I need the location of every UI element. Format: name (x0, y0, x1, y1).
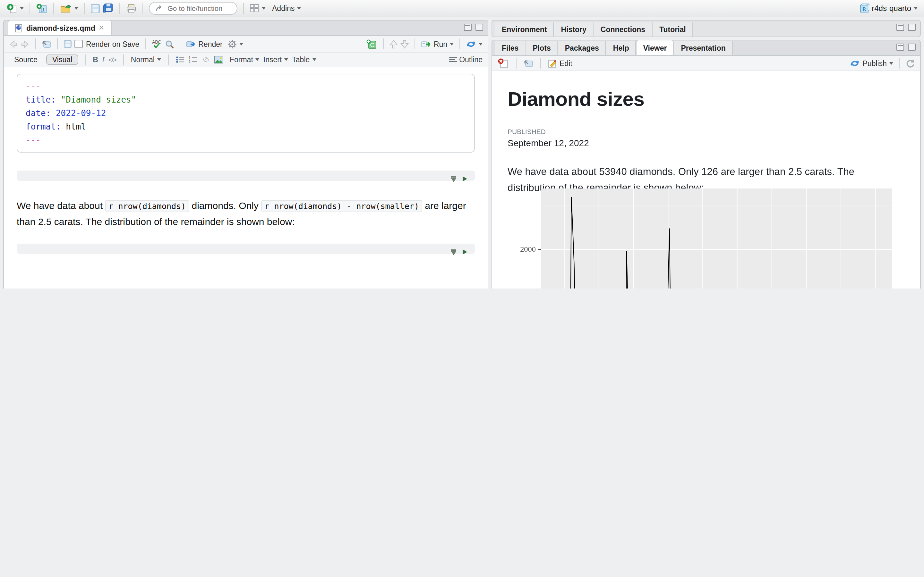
image-icon[interactable] (214, 56, 223, 63)
tab-packages[interactable]: Packages (558, 41, 606, 55)
run-button[interactable]: Run (421, 40, 454, 48)
run-chunks-above-icon[interactable] (451, 250, 456, 255)
render-button[interactable]: Render (186, 40, 222, 48)
rerun-caret-icon[interactable] (479, 43, 483, 45)
maximize-icon[interactable] (908, 24, 916, 31)
tab-diamond-sizes[interactable]: diamond-sizes.qmd ✕ (8, 20, 111, 35)
italic-button[interactable]: I (102, 56, 105, 63)
clear-viewer-button[interactable] (497, 58, 509, 68)
tab-close-icon[interactable]: ✕ (99, 24, 104, 32)
run-chunk-icon[interactable] (463, 250, 467, 255)
render-settings-caret-icon[interactable] (239, 43, 243, 45)
minimize-icon[interactable] (464, 24, 472, 31)
open-file-button[interactable] (60, 3, 78, 13)
open-folder-icon (60, 3, 72, 13)
run-chunks-above-icon[interactable] (451, 176, 456, 182)
link-icon[interactable] (202, 56, 210, 63)
code-format-button[interactable]: </> (108, 56, 116, 63)
save-all-button[interactable] (103, 3, 113, 13)
viewer-window-buttons (897, 44, 916, 51)
table-menu[interactable]: Table (292, 56, 316, 63)
code-chunk-setup[interactable] (17, 171, 475, 181)
freqpoly-chart: 0.51.01.52.02.5010002000caratcount (514, 184, 899, 288)
code-chunk-plot[interactable] (17, 243, 475, 254)
maximize-icon[interactable] (908, 44, 916, 51)
spellcheck-icon[interactable]: ABC (152, 39, 162, 49)
addins-button[interactable]: Addins (272, 5, 301, 12)
tab-connections[interactable]: Connections (594, 23, 652, 37)
run-chunk-icon[interactable] (463, 177, 467, 182)
render-settings-gear-icon[interactable] (228, 39, 237, 48)
run-icon (421, 40, 431, 48)
toolbar-separator (540, 58, 541, 69)
numbered-list-icon[interactable]: 12 (189, 56, 198, 63)
outline-toggle[interactable]: Outline (449, 56, 483, 63)
goto-file-search[interactable] (149, 2, 237, 15)
tab-tutorial[interactable]: Tutorial (652, 23, 693, 37)
back-icon[interactable] (9, 40, 18, 48)
new-project-button[interactable]: R (36, 3, 47, 14)
toolbar-separator (243, 3, 244, 14)
toolbar-separator (29, 3, 30, 14)
tab-help[interactable]: Help (606, 41, 636, 55)
format-toolbar: Source Visual B I </> Normal 12 (4, 53, 488, 67)
svg-text:ABC: ABC (152, 39, 162, 45)
tab-plots[interactable]: Plots (525, 41, 557, 55)
published-label: PUBLISHED (507, 127, 920, 135)
save-doc-icon[interactable] (63, 40, 72, 48)
toolbar-separator (899, 58, 900, 69)
source-editor-pane: diamond-sizes.qmd ✕ (3, 20, 488, 288)
edit-button[interactable]: Edit (548, 59, 572, 68)
viewer-popout-icon[interactable] (523, 59, 533, 67)
outline-icon (449, 56, 457, 63)
publish-button[interactable]: Publish (850, 59, 893, 68)
render-on-save-label: Render on Save (86, 40, 139, 48)
popout-icon[interactable] (42, 40, 51, 48)
maximize-icon[interactable] (475, 24, 483, 31)
source-mode-button[interactable]: Source (9, 55, 43, 64)
toolbar-separator (53, 3, 54, 14)
rerun-icon[interactable] (466, 39, 476, 48)
editor-window-buttons (464, 24, 483, 31)
toolbar-separator (168, 54, 169, 65)
visual-mode-button[interactable]: Visual (47, 55, 78, 65)
minimize-icon[interactable] (897, 24, 904, 31)
render-on-save-checkbox[interactable]: Render on Save (74, 40, 139, 48)
print-button[interactable] (126, 3, 137, 13)
addins-label: Addins (272, 5, 294, 12)
goto-file-input[interactable] (166, 4, 231, 13)
insert-chunk-button[interactable]: C (366, 39, 377, 49)
new-file-button[interactable] (6, 3, 24, 14)
yaml-block[interactable]: ---title: "Diamond sizes"date: 2022-09-1… (17, 74, 475, 153)
run-previous-chunks-icon[interactable] (389, 39, 398, 48)
minimize-icon[interactable] (897, 44, 904, 51)
markdown-paragraph[interactable]: We have data about r nrow(diamonds) diam… (17, 198, 469, 229)
project-selector[interactable]: R r4ds-quarto (859, 3, 918, 13)
run-caret-icon (450, 43, 454, 45)
tab-environment[interactable]: Environment (495, 23, 554, 37)
toolbar-separator (180, 39, 180, 49)
editor-canvas[interactable]: ---title: "Diamond sizes"date: 2022-09-1… (4, 67, 488, 288)
panes-layout-button[interactable] (250, 4, 266, 13)
tab-files[interactable]: Files (495, 41, 525, 55)
run-next-chunk-icon[interactable] (401, 39, 409, 48)
refresh-icon[interactable] (905, 59, 915, 68)
format-menu[interactable]: Format (230, 56, 260, 63)
find-icon[interactable] (165, 39, 174, 48)
viewer-content[interactable]: Diamond sizes PUBLISHED September 12, 20… (492, 71, 920, 288)
publish-label: Publish (863, 59, 887, 67)
toolbar-separator (459, 39, 460, 49)
bullet-list-icon[interactable] (176, 56, 185, 63)
insert-menu[interactable]: Insert (263, 56, 288, 63)
tab-history[interactable]: History (554, 23, 594, 37)
toolbar-separator (145, 39, 145, 49)
toolbar-separator (383, 39, 384, 49)
forward-icon[interactable] (21, 40, 29, 48)
tab-presentation[interactable]: Presentation (674, 41, 732, 55)
paragraph-style-select[interactable]: Normal (131, 56, 161, 63)
published-date: September 12, 2022 (507, 138, 920, 148)
save-button[interactable] (90, 3, 100, 13)
bold-button[interactable]: B (93, 56, 98, 63)
viewer-pane: Files Plots Packages Help Viewer Present… (491, 40, 921, 288)
tab-viewer[interactable]: Viewer (636, 40, 674, 55)
